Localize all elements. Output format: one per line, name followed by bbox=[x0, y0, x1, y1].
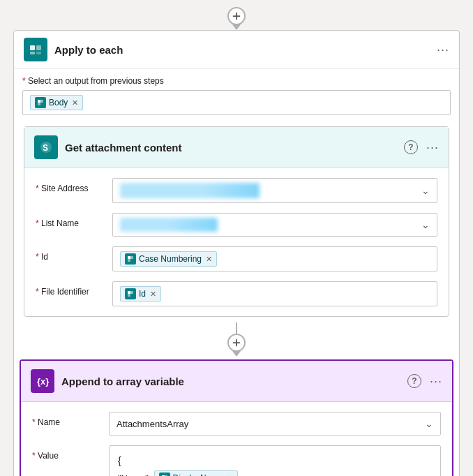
mid-line-1 bbox=[236, 322, 237, 334]
svg-rect-11 bbox=[128, 259, 130, 262]
name-row: Name AttachmentsArray ⌄ bbox=[32, 412, 441, 436]
file-id-label: Id bbox=[139, 289, 146, 299]
apply-to-each-title: Apply to each bbox=[54, 44, 437, 56]
list-name-value bbox=[120, 218, 218, 232]
top-connector bbox=[227, 7, 246, 30]
svg-rect-5 bbox=[40, 100, 43, 103]
id-row: Id Case Numbering ✕ bbox=[36, 246, 437, 272]
case-numbering-close[interactable]: ✕ bbox=[206, 255, 212, 264]
get-attachment-card: S Get attachment content ? ··· Site Addr… bbox=[24, 126, 449, 317]
id-input[interactable]: Case Numbering ✕ bbox=[112, 246, 437, 272]
apply-to-each-actions: ··· bbox=[437, 43, 449, 57]
site-address-value bbox=[120, 183, 260, 198]
append-title: Append to array variable bbox=[61, 375, 407, 387]
get-attachment-more[interactable]: ··· bbox=[426, 140, 439, 155]
add-step-top[interactable] bbox=[227, 7, 246, 25]
svg-rect-4 bbox=[38, 100, 40, 103]
file-identifier-label: File Identifier bbox=[36, 281, 112, 297]
apply-to-each-body: Select an output from previous steps Bod… bbox=[14, 69, 459, 122]
file-identifier-row: File Identifier Id ✕ bbox=[36, 281, 437, 306]
append-help[interactable]: ? bbox=[407, 374, 421, 388]
site-address-label: Site Address bbox=[36, 178, 112, 193]
body-tag-close[interactable]: ✕ bbox=[72, 98, 78, 107]
svg-rect-13 bbox=[130, 291, 133, 294]
svg-rect-9 bbox=[128, 256, 130, 259]
list-name-input[interactable]: ⌄ bbox=[112, 213, 437, 237]
svg-rect-10 bbox=[130, 256, 133, 259]
display-name-tag-icon bbox=[159, 473, 170, 476]
svg-text:{x}: {x} bbox=[37, 376, 49, 387]
file-id-close[interactable]: ✕ bbox=[150, 290, 156, 299]
append-to-array-header: {x} Append to array variable ? ··· bbox=[21, 361, 452, 402]
file-identifier-input[interactable]: Id ✕ bbox=[112, 281, 437, 306]
mid-arrow bbox=[232, 351, 241, 357]
svg-rect-3 bbox=[36, 52, 41, 54]
value-row: Value { "Name": DisplayName bbox=[32, 445, 441, 476]
select-output-label: Select an output from previous steps bbox=[22, 76, 451, 86]
name-json-line: "Name": DisplayName ✕ , bbox=[118, 470, 432, 476]
svg-rect-14 bbox=[128, 294, 130, 297]
get-attachment-actions: ? ··· bbox=[404, 140, 439, 155]
name-label: Name bbox=[32, 412, 109, 427]
file-id-tag-icon bbox=[125, 288, 136, 299]
site-address-row: Site Address ⌄ bbox=[36, 178, 437, 203]
site-address-input[interactable]: ⌄ bbox=[112, 178, 437, 203]
case-numbering-tag-icon bbox=[125, 253, 136, 265]
append-body: Name AttachmentsArray ⌄ Value { bbox=[21, 402, 452, 476]
name-comma: , bbox=[242, 473, 245, 476]
body-tag-label: Body bbox=[49, 98, 68, 107]
svg-rect-2 bbox=[30, 52, 35, 54]
svg-rect-12 bbox=[128, 291, 130, 294]
connector-arrow-top bbox=[232, 24, 241, 30]
flow-container: Apply to each ··· Select an output from … bbox=[13, 7, 460, 476]
list-name-row: List Name ⌄ bbox=[36, 213, 437, 237]
file-id-tag: Id ✕ bbox=[120, 286, 161, 302]
list-name-arrow: ⌄ bbox=[421, 219, 430, 230]
name-value: AttachmentsArray bbox=[117, 419, 188, 429]
get-attachment-body: Site Address ⌄ List Name ⌄ bbox=[24, 168, 449, 316]
svg-rect-1 bbox=[36, 45, 41, 50]
add-step-middle[interactable] bbox=[227, 334, 246, 352]
svg-text:S: S bbox=[43, 143, 48, 153]
case-numbering-tag: Case Numbering ✕ bbox=[120, 251, 217, 267]
site-address-arrow: ⌄ bbox=[421, 185, 430, 196]
middle-connector bbox=[14, 322, 459, 357]
name-key: "Name": bbox=[118, 473, 151, 476]
case-numbering-label: Case Numbering bbox=[139, 254, 202, 264]
append-more[interactable]: ··· bbox=[430, 374, 442, 389]
body-tag: Body ✕ bbox=[30, 95, 83, 110]
append-card-wrapper: {x} Append to array variable ? ··· Name bbox=[20, 359, 453, 476]
display-name-tag: DisplayName ✕ bbox=[154, 470, 238, 476]
append-to-array-card: {x} Append to array variable ? ··· Name bbox=[20, 359, 453, 476]
apply-to-each-header: Apply to each ··· bbox=[14, 31, 459, 69]
value-input[interactable]: { "Name": DisplayName ✕ bbox=[109, 445, 441, 476]
name-arrow: ⌄ bbox=[425, 418, 433, 429]
apply-to-each-card: Apply to each ··· Select an output from … bbox=[13, 30, 460, 476]
body-tag-icon bbox=[35, 97, 46, 108]
get-attachment-header: S Get attachment content ? ··· bbox=[24, 127, 449, 168]
value-label: Value bbox=[32, 445, 109, 461]
get-attachment-title: Get attachment content bbox=[65, 142, 404, 154]
apply-to-each-more[interactable]: ··· bbox=[437, 43, 449, 57]
name-input[interactable]: AttachmentsArray ⌄ bbox=[109, 412, 441, 436]
select-output-field[interactable]: Body ✕ bbox=[22, 90, 451, 115]
apply-to-each-icon bbox=[24, 38, 47, 61]
append-icon: {x} bbox=[31, 369, 54, 393]
get-attachment-help[interactable]: ? bbox=[404, 140, 418, 154]
list-name-label: List Name bbox=[36, 213, 112, 228]
id-label: Id bbox=[36, 246, 112, 262]
svg-rect-6 bbox=[38, 103, 40, 105]
get-attachment-icon: S bbox=[34, 135, 58, 159]
open-brace: { bbox=[118, 453, 432, 468]
inner-card-wrapper: S Get attachment content ? ··· Site Addr… bbox=[20, 126, 453, 317]
svg-rect-0 bbox=[30, 45, 35, 50]
append-actions: ? ··· bbox=[407, 374, 442, 389]
display-name-label: DisplayName bbox=[173, 473, 223, 476]
